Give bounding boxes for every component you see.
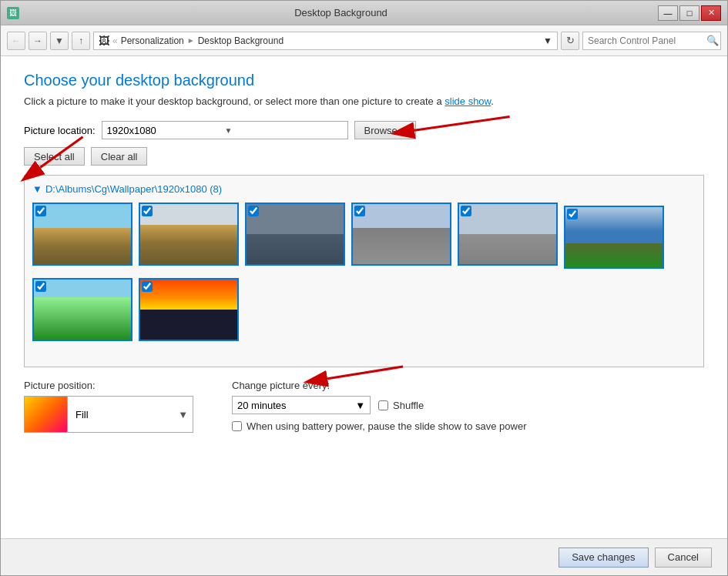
wallpaper-grid: [32, 203, 696, 341]
footer: Save changes Cancel: [1, 538, 727, 575]
close-button[interactable]: ✕: [701, 5, 721, 21]
title-bar: 🖼 Desktop Background — □ ✕: [1, 1, 727, 25]
location-value: 1920x1080: [107, 125, 225, 136]
address-page: Desktop Background: [198, 35, 283, 46]
list-item[interactable]: [245, 203, 345, 266]
list-item[interactable]: [139, 278, 239, 341]
picture-location-label: Picture location:: [24, 125, 96, 136]
address-bar: ← → ▼ ↑ 🖼 « Personalization ► Desktop Ba…: [1, 25, 727, 56]
shuffle-row: Shuffle: [378, 400, 424, 411]
refresh-button[interactable]: ↻: [561, 32, 579, 50]
battery-row: When using battery power, pause the slid…: [232, 420, 704, 432]
dropdown-button[interactable]: ▼: [50, 32, 69, 50]
address-icon: 🖼: [99, 35, 109, 47]
change-picture-label: Change picture every:: [232, 380, 704, 391]
interval-dropdown[interactable]: 20 minutes ▼: [232, 396, 371, 414]
address-path: 🖼 « Personalization ► Desktop Background: [99, 35, 283, 47]
folder-header: ▼ D:\Albums\Cg\Wallpaper\1920x1080 (8): [32, 183, 696, 195]
address-field[interactable]: 🖼 « Personalization ► Desktop Background…: [93, 32, 558, 50]
list-item[interactable]: [458, 203, 558, 266]
slideshow-link[interactable]: slide show: [445, 95, 491, 107]
clear-all-button[interactable]: Clear all: [91, 147, 148, 166]
search-input[interactable]: [588, 35, 703, 46]
address-separator: «: [112, 35, 118, 46]
maximize-button[interactable]: □: [679, 5, 699, 21]
interval-row: 20 minutes ▼ Shuffle: [232, 396, 704, 414]
interval-value: 20 minutes: [237, 400, 287, 411]
search-icon: 🔍: [706, 35, 719, 46]
address-dropdown-arrow[interactable]: ▼: [543, 35, 552, 46]
up-button[interactable]: ↑: [72, 32, 90, 50]
select-clear-row: Select all Clear all: [24, 147, 704, 166]
svg-line-4: [327, 367, 403, 379]
main-content: Choose your desktop background Click a p…: [1, 56, 727, 538]
wallpaper-container: ▼ D:\Albums\Cg\Wallpaper\1920x1080 (8): [24, 175, 704, 367]
wallpaper-checkbox-8[interactable]: [142, 281, 153, 292]
shuffle-checkbox[interactable]: [378, 400, 388, 410]
save-changes-button[interactable]: Save changes: [559, 548, 648, 568]
battery-label: When using battery power, pause the slid…: [247, 420, 527, 432]
position-dropdown-arrow: ▼: [178, 409, 193, 420]
minimize-button[interactable]: —: [658, 5, 678, 21]
picture-position-dropdown[interactable]: Fill ▼: [24, 396, 193, 433]
folder-collapse-icon[interactable]: ▼: [32, 183, 42, 195]
wallpaper-checkbox-6[interactable]: [567, 209, 578, 219]
position-value: Fill: [68, 409, 178, 420]
app-icon: 🖼: [7, 7, 19, 19]
picture-location-row: Picture location: 1920x1080 ▼ Browse...: [24, 121, 704, 139]
address-arrow: ►: [187, 36, 195, 45]
forward-button[interactable]: →: [29, 32, 47, 50]
subtitle-pre: Click a picture to make it your desktop …: [24, 95, 445, 107]
browse-button[interactable]: Browse...: [354, 121, 416, 139]
wallpaper-checkbox-1[interactable]: [35, 206, 46, 216]
picture-position-section: Picture position: Fill ▼: [24, 380, 201, 433]
shuffle-label: Shuffle: [393, 400, 424, 411]
page-title: Choose your desktop background: [24, 72, 704, 89]
subtitle: Click a picture to make it your desktop …: [24, 95, 704, 107]
window-controls: — □ ✕: [658, 5, 721, 21]
bottom-section: Picture position: Fill ▼ Change picture …: [24, 380, 704, 433]
list-item[interactable]: [32, 203, 133, 266]
wallpaper-checkbox-4[interactable]: [354, 206, 365, 216]
picture-location-dropdown[interactable]: 1920x1080 ▼: [102, 121, 348, 139]
interval-dropdown-arrow: ▼: [355, 400, 365, 411]
search-box[interactable]: 🔍: [582, 32, 721, 50]
address-personalization[interactable]: Personalization: [121, 35, 184, 46]
back-button[interactable]: ←: [7, 32, 25, 50]
list-item[interactable]: [139, 203, 239, 266]
change-picture-section: Change picture every: 20 minutes ▼ Shuff…: [232, 380, 704, 432]
wallpaper-checkbox-7[interactable]: [35, 281, 46, 292]
wallpaper-checkbox-2[interactable]: [142, 206, 153, 216]
list-item[interactable]: [351, 203, 451, 266]
list-item[interactable]: [564, 206, 664, 269]
location-dropdown-arrow: ▼: [225, 126, 343, 135]
cancel-button[interactable]: Cancel: [655, 548, 712, 568]
position-preview-thumbnail: [25, 397, 68, 432]
window-title: Desktop Background: [24, 7, 658, 18]
wallpaper-checkbox-5[interactable]: [461, 206, 471, 216]
select-all-button[interactable]: Select all: [24, 147, 85, 166]
list-item[interactable]: [32, 278, 133, 341]
picture-position-label: Picture position:: [24, 380, 201, 391]
battery-checkbox[interactable]: [232, 421, 242, 431]
subtitle-post: .: [491, 95, 494, 107]
wallpaper-checkbox-3[interactable]: [248, 206, 259, 216]
desktop-background-window: 🖼 Desktop Background — □ ✕ ← → ▼ ↑ 🖼 « P…: [0, 0, 728, 576]
folder-path: D:\Albums\Cg\Wallpaper\1920x1080 (8): [45, 183, 222, 195]
